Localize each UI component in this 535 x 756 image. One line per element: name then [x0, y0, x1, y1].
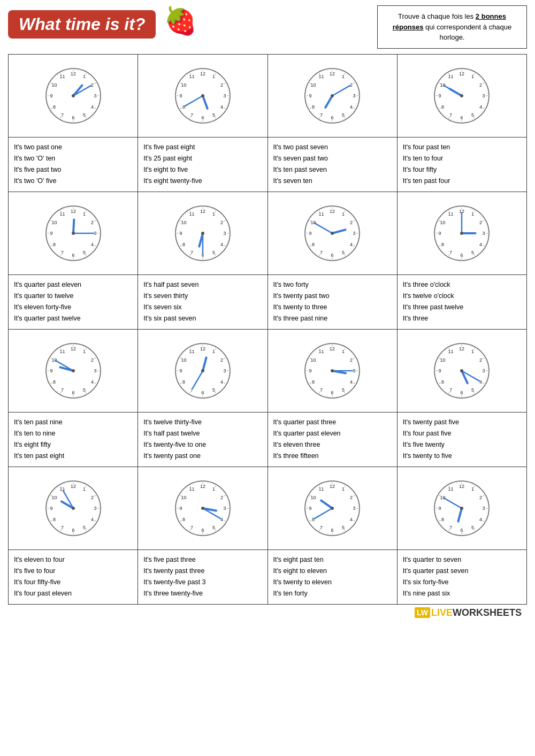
svg-point-75 [72, 94, 75, 97]
svg-text:5: 5 [83, 249, 86, 255]
svg-text:5: 5 [471, 112, 474, 117]
clock-cell-r4-c2: 121234567891011 [138, 467, 268, 550]
svg-text:3: 3 [94, 93, 96, 98]
svg-text:12: 12 [330, 484, 335, 489]
svg-text:8: 8 [182, 241, 185, 247]
svg-text:9: 9 [50, 506, 52, 511]
clock-row-2: 121234567891011 121234567891011 12123456… [9, 192, 527, 275]
answer-cell-r3-c2: It's twelve thirty-fiveIt's half past tw… [138, 413, 268, 467]
svg-text:10: 10 [440, 219, 446, 225]
svg-text:11: 11 [448, 486, 454, 492]
answer-line: It's six forty-five [403, 577, 521, 588]
answer-line: It's quarter past three [273, 417, 392, 428]
svg-text:8: 8 [182, 379, 185, 384]
answer-cell-r1-c4: It's four past tenIt's ten to fourIt's f… [398, 138, 527, 192]
svg-text:6: 6 [201, 528, 204, 533]
svg-text:1: 1 [342, 349, 345, 354]
svg-text:8: 8 [312, 104, 315, 109]
svg-text:9: 9 [50, 93, 52, 98]
clock-cell-r3-c2: 121234567891011 [138, 330, 268, 413]
clock-row-1: 121234567891011 121234567891011 12123456… [9, 55, 527, 138]
svg-text:9: 9 [50, 368, 52, 373]
svg-text:7: 7 [61, 249, 64, 255]
svg-text:10: 10 [181, 494, 186, 500]
answer-line: It's eight twenty-five [143, 175, 262, 187]
svg-text:11: 11 [319, 211, 324, 217]
svg-text:9: 9 [439, 93, 441, 98]
svg-text:6: 6 [331, 115, 334, 120]
answer-row-2: It's quarter past elevenIt's quarter to … [9, 275, 527, 330]
svg-text:3: 3 [223, 506, 226, 511]
svg-text:5: 5 [212, 249, 215, 255]
svg-text:7: 7 [449, 112, 452, 117]
svg-text:2: 2 [91, 357, 94, 362]
svg-text:6: 6 [331, 253, 334, 258]
svg-text:9: 9 [309, 93, 312, 98]
svg-text:1: 1 [83, 349, 86, 354]
svg-text:3: 3 [483, 231, 485, 236]
answer-cell-r2-c3: It's two fortyIt's twenty past twoIt's t… [268, 275, 398, 330]
answer-line: It's eight to five [143, 164, 262, 175]
svg-text:2: 2 [220, 494, 223, 500]
svg-text:7: 7 [190, 249, 193, 255]
answer-line: It's eight past ten [273, 554, 392, 566]
svg-text:2: 2 [350, 494, 353, 500]
svg-text:7: 7 [320, 112, 323, 117]
svg-text:6: 6 [72, 115, 74, 120]
svg-text:5: 5 [342, 112, 345, 117]
svg-text:1: 1 [342, 486, 345, 492]
svg-text:8: 8 [312, 379, 315, 384]
svg-text:6: 6 [72, 528, 74, 533]
answer-line: It's two past one [14, 142, 132, 153]
svg-text:11: 11 [189, 211, 194, 217]
svg-text:3: 3 [483, 93, 485, 98]
svg-text:11: 11 [59, 349, 65, 354]
svg-text:10: 10 [181, 219, 186, 225]
svg-text:10: 10 [440, 82, 446, 87]
svg-text:10: 10 [181, 82, 186, 87]
instruction-text2: qui correspondent à chaque horloge. [424, 23, 512, 42]
answer-line: It's four fifty [403, 164, 521, 175]
footer: LW LIVE WORKSHEETS [8, 605, 527, 621]
answer-cell-r3-c4: It's twenty past fiveIt's four past five… [398, 413, 527, 467]
svg-text:4: 4 [350, 104, 353, 109]
svg-text:11: 11 [189, 74, 194, 79]
answer-line: It's three o'clock [403, 279, 521, 291]
svg-text:12: 12 [330, 346, 335, 352]
svg-point-531 [331, 232, 334, 235]
answer-cell-r3-c1: It's ten past nineIt's ten to nineIt's e… [9, 413, 138, 467]
svg-text:5: 5 [471, 387, 474, 392]
answer-line: It's quarter past eleven [273, 428, 392, 439]
lw-logo: LW [415, 607, 430, 618]
svg-text:2: 2 [350, 357, 353, 362]
answer-line: It's three twenty-five [143, 588, 262, 599]
svg-text:7: 7 [190, 524, 193, 530]
svg-text:12: 12 [330, 209, 335, 214]
answer-line: It's twenty past three [143, 566, 262, 577]
svg-text:10: 10 [51, 82, 57, 87]
svg-text:4: 4 [350, 516, 353, 522]
answer-line: It's nine past six [403, 588, 521, 599]
answer-row-3: It's ten past nineIt's ten to nineIt's e… [9, 413, 527, 467]
answer-line: It's ten past seven [273, 164, 392, 175]
answer-line: It's twenty past two [273, 291, 392, 302]
answer-line: It's four past eleven [14, 588, 132, 599]
svg-text:11: 11 [448, 74, 454, 79]
svg-text:2: 2 [479, 357, 482, 362]
svg-point-759 [201, 369, 204, 372]
answer-line: It's seven six [143, 302, 262, 313]
svg-text:7: 7 [61, 387, 64, 392]
svg-text:7: 7 [320, 249, 323, 255]
answer-line: It's twenty past five [403, 417, 521, 428]
svg-text:5: 5 [471, 524, 474, 530]
svg-text:1: 1 [471, 486, 474, 492]
svg-text:1: 1 [83, 211, 86, 217]
answer-line: It's eleven three [273, 439, 392, 450]
clock-cell-r1-c3: 121234567891011 [268, 55, 398, 138]
clock-cell-r3-c3: 121234567891011 [268, 330, 398, 413]
svg-text:8: 8 [441, 241, 444, 247]
svg-point-835 [331, 369, 334, 372]
svg-text:10: 10 [311, 219, 316, 225]
svg-text:10: 10 [311, 494, 316, 500]
lw-live: LIVE [431, 607, 453, 618]
